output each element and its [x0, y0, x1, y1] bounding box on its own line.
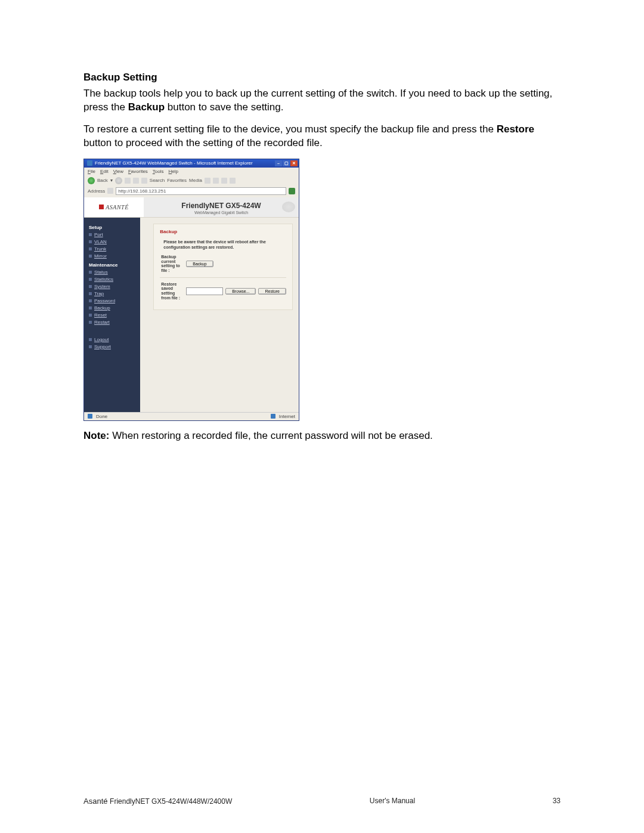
window-minimize-button[interactable]: – [275, 160, 282, 166]
back-label: Back [97, 178, 108, 183]
refresh-icon[interactable] [133, 178, 139, 184]
sidebar-item-status[interactable]: Status [89, 270, 140, 275]
paragraph-text: To restore a current setting file to the… [83, 123, 497, 135]
menu-view[interactable]: View [113, 169, 123, 174]
footer-brand: Asanté [83, 797, 110, 806]
favorites-label[interactable]: Favorites [167, 178, 187, 183]
sidebar-item-backup[interactable]: Backup [89, 305, 140, 311]
paragraph-text: button to proceed with the setting of th… [83, 137, 323, 148]
backup-row: Backup current setting to file : Backup [161, 255, 286, 273]
mail-icon[interactable] [213, 178, 219, 184]
sidebar-item-reset[interactable]: Reset [89, 312, 140, 318]
backup-panel: Backup Please be aware that the device w… [153, 224, 293, 311]
sidebar-item-support[interactable]: Support [89, 344, 140, 349]
footer-product: FriendlyNET GX5-424W/448W/2400W [110, 797, 232, 806]
nav-label: Password [94, 298, 115, 304]
menu-tools[interactable]: Tools [153, 169, 164, 174]
nav-label: Port [94, 232, 103, 237]
menu-favorites[interactable]: Favorites [128, 169, 148, 174]
paragraph-restore: To restore a current setting file to the… [83, 123, 561, 150]
nav-label: Mirror [94, 253, 107, 259]
home-icon[interactable] [141, 178, 147, 184]
sidebar-item-port[interactable]: Port [89, 232, 140, 237]
status-zone-text: Internet [279, 414, 295, 419]
nav-label: Trap [94, 291, 104, 296]
nav-label: Logout [94, 337, 109, 342]
logo-icon [99, 205, 104, 209]
paragraph-backup: The backup tools help you to back up the… [83, 87, 561, 114]
nav-label: Reset [94, 312, 107, 318]
sidebar-item-password[interactable]: Password [89, 298, 140, 304]
browser-statusbar: Done Internet [84, 412, 299, 420]
address-input[interactable]: http://192.168.123.251 [116, 187, 286, 195]
footer-page-number: 33 [553, 797, 561, 806]
backup-row-label: Backup current setting to file : [161, 255, 182, 273]
file-path-input[interactable] [186, 287, 223, 295]
browser-menubar: File Edit View Favorites Tools Help [84, 168, 299, 175]
window-maximize-button[interactable]: ▢ [283, 160, 290, 166]
search-label[interactable]: Search [150, 178, 165, 183]
note-text: When restoring a recorded file, the curr… [109, 430, 432, 441]
note-paragraph: Note: When restoring a recorded file, th… [83, 429, 561, 443]
restore-button[interactable]: Restore [258, 288, 286, 295]
window-close-button[interactable]: ✕ [290, 160, 298, 166]
bullet-icon [89, 299, 92, 302]
sidebar-item-statistics[interactable]: Statistics [89, 277, 140, 282]
stop-icon[interactable] [125, 178, 131, 184]
nav-label: Restart [94, 320, 110, 325]
bullet-icon [89, 306, 92, 309]
menu-help[interactable]: Help [169, 169, 178, 174]
address-icon [107, 188, 113, 194]
bullet-icon [89, 285, 92, 288]
sidebar-item-trunk[interactable]: Trunk [89, 246, 140, 252]
window-titlebar: FriendlyNET GX5-424W WebManaged Switch -… [84, 159, 299, 168]
sidebar-item-trap[interactable]: Trap [89, 291, 140, 296]
bullet-icon [89, 314, 92, 317]
bullet-icon [89, 240, 92, 243]
bullet-icon [89, 255, 92, 258]
bullet-icon [89, 278, 92, 281]
sidebar-section-setup: Setup [89, 225, 140, 230]
edit-icon[interactable] [230, 178, 236, 184]
product-subtitle: WebManaged Gigabit Switch [181, 210, 261, 215]
address-label: Address [88, 188, 105, 194]
bullet-icon [89, 321, 92, 324]
bullet-icon [89, 292, 92, 295]
inline-bold: Restore [497, 123, 534, 135]
sidebar-nav: Setup Port VLAN Trunk Mirror Maintenance… [84, 218, 140, 412]
status-done-text: Done [96, 414, 107, 419]
nav-label: Backup [94, 305, 110, 311]
sidebar-item-vlan[interactable]: VLAN [89, 239, 140, 244]
sidebar-item-logout[interactable]: Logout [89, 337, 140, 342]
print-icon[interactable] [221, 178, 227, 184]
browse-button[interactable]: Browse... [225, 288, 256, 295]
sidebar-item-mirror[interactable]: Mirror [89, 253, 140, 259]
product-title: FriendlyNET GX5-424W [181, 202, 261, 210]
note-label: Note: [83, 430, 109, 441]
media-label[interactable]: Media [189, 178, 202, 183]
browser-toolbar: Back ▾ Search Favorites Media [84, 175, 299, 186]
sidebar-item-system[interactable]: System [89, 284, 140, 289]
bullet-icon [89, 271, 92, 274]
bullet-icon [89, 345, 92, 348]
divider [160, 277, 286, 278]
backup-button[interactable]: Backup [186, 261, 213, 267]
nav-label: Status [94, 270, 108, 275]
menu-file[interactable]: File [88, 169, 95, 174]
back-button-icon[interactable] [88, 177, 95, 184]
panel-warning-text: Please be aware that the device will reb… [163, 239, 286, 250]
nav-label: Support [94, 344, 111, 349]
section-heading: Backup Setting [83, 72, 561, 83]
sidebar-item-restart[interactable]: Restart [89, 320, 140, 325]
nav-label: Statistics [94, 277, 113, 282]
nav-label: Trunk [94, 246, 106, 252]
forward-button-icon[interactable] [115, 177, 122, 184]
brand-name: ASANTÉ [106, 204, 129, 210]
sidebar-section-maintenance: Maintenance [89, 262, 140, 268]
bullet-icon [89, 338, 92, 341]
history-icon[interactable] [205, 178, 210, 184]
menu-edit[interactable]: Edit [100, 169, 109, 174]
watermark-icon [282, 202, 295, 212]
footer-left: Asanté FriendlyNET GX5-424W/448W/2400W [83, 797, 232, 806]
go-button-icon[interactable] [289, 188, 295, 194]
